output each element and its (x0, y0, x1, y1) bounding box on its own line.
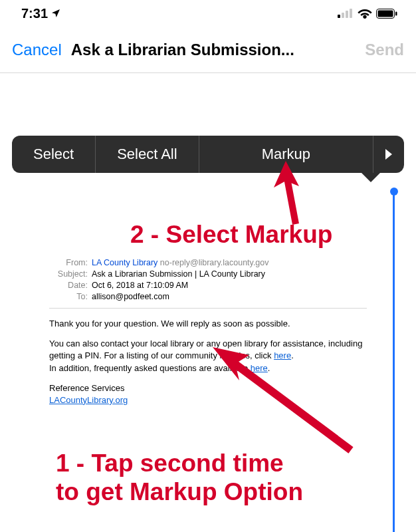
menu-markup[interactable]: Markup (199, 136, 373, 173)
annotation-step2: 2 - Select Markup (130, 221, 332, 249)
to-label: To: (49, 292, 88, 301)
triangle-right-icon (384, 149, 393, 160)
menu-caret-icon (362, 173, 380, 182)
email-body[interactable]: Thank you for your question. We will rep… (49, 318, 367, 406)
cellular-icon (338, 9, 354, 18)
selection-edge (393, 193, 395, 532)
cancel-button[interactable]: Cancel (12, 41, 62, 59)
menu-select[interactable]: Select (12, 136, 96, 173)
sig-link[interactable]: LACountyLibrary.org (49, 395, 128, 405)
wifi-icon (358, 8, 372, 19)
email-header: From: LA County Library no-reply@library… (49, 258, 367, 309)
compose-title: Ask a Librarian Submission... (71, 41, 356, 59)
compose-navbar: Cancel Ask a Librarian Submission... Sen… (0, 27, 416, 73)
here-link-2[interactable]: here (251, 363, 268, 373)
status-bar: 7:31 (0, 0, 416, 27)
from-email: no-reply@library.lacounty.gov (160, 258, 269, 267)
annotation-step1-line1: 1 - Tap second time (56, 450, 284, 477)
subject-label: Subject: (49, 269, 88, 279)
battery-icon (376, 9, 397, 19)
status-time-group: 7:31 (21, 6, 61, 21)
body-p2: You can also contact your local library … (49, 338, 367, 374)
svg-rect-2 (346, 11, 348, 18)
date-value: Oct 6, 2018 at 7:10:09 AM (92, 281, 367, 290)
date-label: Date: (49, 281, 88, 290)
here-link-1[interactable]: here (274, 350, 291, 360)
status-time: 7:31 (21, 6, 48, 21)
signature: Reference Services LACountyLibrary.org (49, 382, 367, 406)
to-value: allison@podfeet.com (92, 292, 367, 301)
email-content[interactable]: From: LA County Library no-reply@library… (49, 258, 367, 414)
annotation-step1-line2: to get Markup Option (56, 478, 303, 505)
menu-more[interactable] (373, 136, 404, 173)
status-icons (338, 8, 397, 19)
send-button[interactable]: Send (365, 41, 404, 59)
annotation-step1: 1 - Tap second time to get Markup Option (56, 450, 303, 506)
body-p1: Thank you for your question. We will rep… (49, 318, 367, 330)
from-label: From: (49, 258, 88, 267)
svg-rect-0 (338, 15, 340, 18)
from-name: LA County Library (92, 258, 157, 267)
svg-rect-6 (395, 11, 397, 15)
from-value: LA County Library no-reply@library.lacou… (92, 258, 367, 267)
sig-line1: Reference Services (49, 383, 124, 393)
location-icon (51, 8, 61, 19)
subject-value: Ask a Librarian Submission | LA County L… (92, 269, 367, 279)
text-context-menu: Select Select All Markup (12, 136, 404, 173)
svg-rect-3 (350, 9, 352, 18)
menu-select-all[interactable]: Select All (96, 136, 199, 173)
svg-rect-5 (378, 10, 393, 17)
svg-rect-1 (342, 13, 344, 18)
